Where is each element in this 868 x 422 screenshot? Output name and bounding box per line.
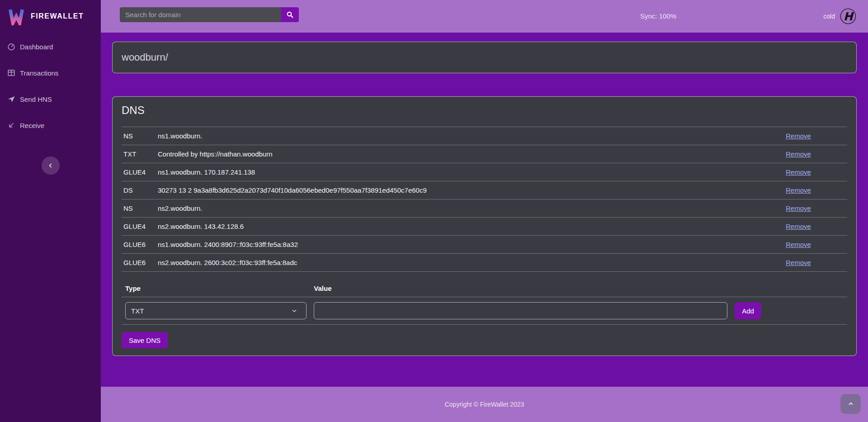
sidebar: FIREWALLET Dashboard Transactions: [0, 0, 101, 422]
table-row: GLUE4 ns2.woodburn. 143.42.128.6 Remove: [122, 218, 847, 236]
search-input[interactable]: [120, 7, 281, 22]
search-icon: [286, 11, 294, 19]
handshake-hns-logo-icon[interactable]: H: [840, 8, 857, 25]
record-type: GLUE6: [122, 254, 156, 272]
remove-link[interactable]: Remove: [786, 132, 811, 140]
record-value: 30273 13 2 9a3a8fb3d625d2a2073d740f10da6…: [156, 181, 784, 199]
table-row: GLUE6 ns1.woodburn. 2400:8907::f03c:93ff…: [122, 236, 847, 254]
record-value: ns2.woodburn.: [156, 199, 784, 218]
sidebar-item-dashboard[interactable]: Dashboard: [0, 39, 101, 54]
save-dns-button[interactable]: Save DNS: [122, 332, 168, 348]
brand[interactable]: FIREWALLET: [0, 0, 101, 33]
firewallet-w-logo-icon: [7, 7, 25, 25]
sidebar-collapse-button[interactable]: [42, 156, 60, 175]
table-row: DS 30273 13 2 9a3a8fb3d625d2a2073d740f10…: [122, 181, 847, 199]
domain-title-card: woodburn/: [112, 42, 857, 73]
remove-link[interactable]: Remove: [786, 204, 811, 212]
record-type: DS: [122, 181, 156, 199]
record-type-select[interactable]: TXT: [125, 302, 307, 319]
dns-records-table: NS ns1.woodburn. Remove TXT Controlled b…: [122, 127, 847, 272]
add-record-button[interactable]: Add: [735, 302, 761, 319]
top-header: Sync: 100% cold H: [101, 0, 868, 33]
wallet-area: cold H: [823, 0, 857, 33]
record-type: GLUE4: [122, 218, 156, 236]
record-value: ns2.woodburn. 143.42.128.6: [156, 218, 784, 236]
record-value-input[interactable]: [314, 302, 727, 319]
dashboard-gauge-icon: [7, 43, 15, 51]
add-record-form: Type Value TXT: [122, 280, 847, 325]
sidebar-item-transactions[interactable]: Transactions: [0, 65, 101, 81]
table-row: TXT Controlled by https://nathan.woodbur…: [122, 145, 847, 163]
scroll-to-top-button[interactable]: [840, 394, 861, 414]
table-row: NS ns2.woodburn. Remove: [122, 199, 847, 218]
remove-link[interactable]: Remove: [786, 168, 811, 176]
main-content: woodburn/ DNS NS ns1.woodburn. Remove TX…: [101, 33, 868, 387]
record-value: Controlled by https://nathan.woodburn: [156, 145, 784, 163]
search-button[interactable]: [281, 7, 299, 22]
page-footer: Copyright © FireWallet 2023: [101, 387, 868, 422]
type-column-header: Type: [122, 280, 310, 297]
domain-name: woodburn/: [122, 52, 168, 63]
sidebar-item-send-hns[interactable]: Send HNS: [0, 91, 101, 107]
record-type: GLUE4: [122, 163, 156, 181]
wallet-name-label: cold: [823, 13, 835, 20]
record-type: NS: [122, 199, 156, 218]
record-type: TXT: [122, 145, 156, 163]
svg-text:H: H: [844, 10, 854, 23]
sidebar-item-label: Receive: [20, 122, 44, 129]
record-value: ns1.woodburn. 170.187.241.138: [156, 163, 784, 181]
receive-arrow-icon: [7, 121, 15, 129]
record-value: ns1.woodburn.: [156, 127, 784, 145]
remove-link[interactable]: Remove: [786, 241, 811, 248]
transactions-table-icon: [7, 69, 15, 77]
remove-link[interactable]: Remove: [786, 259, 811, 266]
record-value: ns1.woodburn. 2400:8907::f03c:93ff:fe5a:…: [156, 236, 784, 254]
record-type: GLUE6: [122, 236, 156, 254]
remove-link[interactable]: Remove: [786, 223, 811, 230]
sidebar-item-label: Transactions: [20, 69, 58, 77]
chevron-left-icon: [47, 162, 54, 169]
record-value: ns2.woodburn. 2600:3c02::f03c:93ff:fe5a:…: [156, 254, 784, 272]
sync-status: Sync: 100%: [640, 0, 676, 33]
remove-link[interactable]: Remove: [786, 186, 811, 194]
table-row: NS ns1.woodburn. Remove: [122, 127, 847, 145]
record-type: NS: [122, 127, 156, 145]
table-row: GLUE6 ns2.woodburn. 2600:3c02::f03c:93ff…: [122, 254, 847, 272]
domain-search: [120, 7, 299, 22]
dns-card: DNS NS ns1.woodburn. Remove TXT Controll…: [112, 96, 857, 356]
content-column: Sync: 100% cold H woodburn/ DNS NS ns1.w: [101, 0, 868, 422]
copyright-text: Copyright © FireWallet 2023: [445, 401, 524, 408]
sidebar-item-label: Dashboard: [20, 43, 53, 51]
sidebar-item-receive[interactable]: Receive: [0, 118, 101, 133]
send-plane-icon: [7, 95, 15, 103]
table-row: GLUE4 ns1.woodburn. 170.187.241.138 Remo…: [122, 163, 847, 181]
sidebar-item-label: Send HNS: [20, 95, 52, 103]
sidebar-nav: Dashboard Transactions Send HNS: [0, 39, 101, 144]
remove-link[interactable]: Remove: [786, 150, 811, 158]
value-column-header: Value: [310, 280, 731, 297]
dns-card-title: DNS: [122, 104, 847, 117]
chevron-up-icon: [848, 401, 854, 407]
brand-name: FIREWALLET: [31, 12, 84, 20]
